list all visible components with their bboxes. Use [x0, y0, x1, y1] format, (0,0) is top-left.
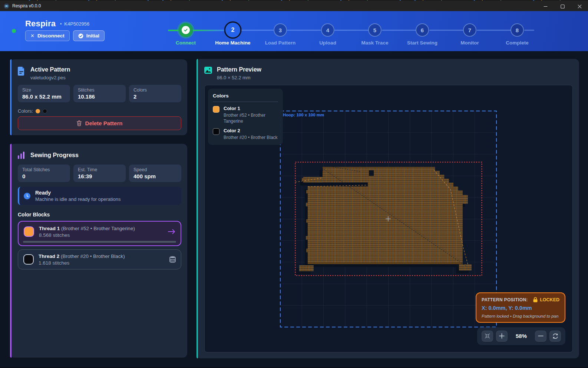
color-swatch-orange: [36, 109, 40, 113]
position-box-row: PATTERN POSITION: LOCKED: [482, 297, 559, 302]
step-number: 4: [321, 23, 334, 37]
stat-colors: Colors 2: [129, 85, 181, 102]
active-pattern-card: Active Pattern valetudogv2.pes Size 86.0…: [10, 59, 187, 135]
colors-panel: Colors Color 1 Brother #52 • Brother Tan…: [208, 89, 283, 145]
step-label: Start Sewing: [399, 40, 446, 46]
background-window-sliver: [0, 0, 588, 1]
step-load-pattern[interactable]: 3 Load Pattern: [257, 11, 304, 46]
window-controls: [537, 1, 588, 12]
thread-row-1[interactable]: Thread 1 (Brother #52 • Brother Tangerin…: [18, 221, 181, 246]
step-label: Monitor: [446, 40, 493, 46]
step-number: 2: [225, 23, 240, 37]
color-item-name: Color 1: [224, 106, 278, 111]
stat-label: Speed: [133, 167, 177, 172]
delete-pattern-button[interactable]: Delete Pattern: [18, 116, 181, 130]
pattern-colors-row: Colors:: [18, 109, 181, 113]
step-mask-trace[interactable]: 5 Mask Trace: [351, 11, 399, 46]
step-home-machine[interactable]: 2 Home Machine: [209, 11, 257, 46]
app-header: Respira •K4P502956 ✕ Disconnect Initial: [0, 11, 588, 51]
pattern-preview-card: Pattern Preview 86.0 × 52.2 mm: [196, 59, 579, 358]
step-connect[interactable]: Connect: [162, 11, 209, 46]
color-item-name: Color 2: [224, 128, 278, 133]
thread-2-swatch: [23, 254, 34, 265]
pattern-stats-row: Size 86.0 x 52.2 mm Stitches 10.186 Colo…: [18, 85, 181, 102]
color-item-desc: Brother #52 • Brother Tangerine: [224, 112, 278, 124]
card-title: Active Pattern: [30, 66, 70, 73]
window-title: Respira v0.0.0: [12, 3, 41, 9]
color-item-2: Color 2 Brother #20 • Brother Black: [213, 128, 278, 140]
step-label: Upload: [304, 40, 351, 46]
zoom-in-button[interactable]: [496, 331, 508, 342]
pattern-coordinates: X: 0.0mm, Y: 0.0mm: [482, 305, 559, 311]
stat-stitches: Stitches 10.186: [73, 85, 126, 102]
maximize-button[interactable]: [554, 1, 571, 12]
embroidery-pattern: [299, 167, 472, 271]
color-item-1: Color 1 Brother #52 • Brother Tangerine: [213, 106, 278, 124]
stat-value: 400 spm: [133, 173, 177, 179]
step-monitor[interactable]: 7 Monitor: [446, 11, 493, 46]
step-label: Complete: [493, 40, 541, 46]
step-label: Home Machine: [209, 40, 257, 46]
step-label: Load Pattern: [257, 40, 304, 46]
thread-1-progressbar: [23, 241, 176, 243]
sewing-progress-card: Sewing Progress Total Stitches 0 Est. Ti…: [10, 144, 187, 358]
minus-icon: [538, 333, 544, 339]
stat-value: 2: [133, 93, 177, 100]
stat-size: Size 86.0 x 52.2 mm: [18, 85, 70, 102]
colors-panel-title: Colors: [213, 93, 278, 99]
thread-1-swatch: [24, 226, 34, 237]
zoom-out-button[interactable]: [535, 331, 546, 342]
stat-label: Colors: [133, 87, 177, 93]
hoop-label: Hoop: 100 x 100 mm: [283, 113, 324, 117]
trash-icon: [77, 120, 82, 126]
machine-status-box: Ready Machine is idle and ready for oper…: [18, 187, 181, 205]
step-number: 5: [368, 23, 381, 37]
step-complete[interactable]: 8 Complete: [493, 11, 541, 46]
stat-speed: Speed 400 spm: [129, 165, 181, 182]
step-upload[interactable]: 4 Upload: [304, 11, 351, 46]
stat-value: 10.186: [78, 93, 121, 100]
card-title: Sewing Progress: [30, 152, 79, 159]
card-header: Active Pattern valetudogv2.pes: [18, 66, 181, 80]
thread-2-stitches: 1.618 stitches: [39, 260, 169, 266]
bar-chart-icon: [18, 152, 25, 159]
fit-view-icon: [485, 333, 490, 339]
color-swatch-black: [43, 109, 47, 113]
stat-value: 16:39: [78, 173, 121, 179]
step-number: 3: [274, 23, 287, 37]
stat-total-stitches: Total Stitches 0: [18, 165, 70, 182]
step-number: 7: [463, 23, 476, 37]
card-accent: [196, 59, 198, 358]
preview-canvas[interactable]: Hoop: 100 x 100 mm Colors Color 1 Brothe…: [204, 85, 573, 352]
reset-view-button[interactable]: [549, 331, 561, 342]
step-number: 8: [511, 23, 524, 37]
stat-est-time: Est. Time 16:39: [73, 165, 126, 182]
refresh-icon: [552, 333, 558, 339]
color-item-texts: Color 2 Brother #20 • Brother Black: [224, 128, 278, 140]
thread-1-name: Thread 1 (Brother #52 • Brother Tangerin…: [39, 226, 168, 231]
pattern-filename: valetudogv2.pes: [30, 75, 70, 80]
close-button[interactable]: [571, 1, 588, 12]
database-icon: [169, 256, 176, 263]
status-description: Machine is idle and ready for operations: [35, 196, 121, 202]
step-connect-circle: [179, 23, 193, 37]
step-number: 6: [416, 23, 429, 37]
thread-row-2[interactable]: Thread 2 (Brother #20 • Brother Black) 1…: [18, 249, 181, 269]
color-2-swatch: [213, 128, 219, 135]
color-item-desc: Brother #20 • Brother Black: [224, 135, 278, 140]
zoom-level: 58%: [511, 333, 532, 339]
thread-name-text: Thread 1: [39, 226, 60, 231]
step-label: Connect: [162, 40, 209, 46]
fit-view-button[interactable]: [482, 331, 493, 342]
plus-icon: [499, 333, 505, 339]
thread-texts: Thread 2 (Brother #20 • Brother Black) 1…: [39, 253, 169, 266]
step-start-sewing[interactable]: 6 Start Sewing: [399, 11, 446, 46]
locked-badge: LOCKED: [540, 297, 559, 302]
check-icon: [182, 26, 190, 34]
minimize-button[interactable]: [537, 1, 554, 12]
stat-value: 0: [22, 173, 66, 179]
stat-label: Size: [22, 87, 66, 93]
divider: [213, 102, 278, 102]
sewing-stats-row: Total Stitches 0 Est. Time 16:39 Speed 4…: [18, 165, 181, 182]
color-item-texts: Color 1 Brother #52 • Brother Tangerine: [224, 106, 278, 124]
